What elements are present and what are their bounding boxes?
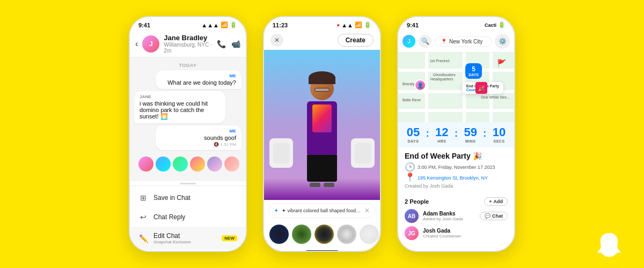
prompt-text: ✦ vibrant colored ball shaped food p... — [282, 208, 361, 213]
clock-icon: 🕒 — [405, 162, 415, 172]
new-badge: NEW — [222, 235, 237, 241]
map-label-precinct: · 1st Precinct — [428, 59, 449, 63]
thumb-2[interactable] — [292, 225, 311, 244]
phone-avatar: 11:23 ● ▲▲ 📶 🔋 ✕ Create — [263, 16, 381, 252]
map-search-bar[interactable]: 📍 New York City — [435, 36, 492, 47]
shoe-left — [310, 183, 320, 187]
chat-reply-item[interactable]: ↩ Chat Reply — [130, 207, 246, 227]
save-in-chat-label: Save in Chat — [153, 194, 191, 202]
timer-hrs-label: HRS — [437, 139, 446, 143]
create-button[interactable]: Create — [338, 34, 374, 47]
phones-container: 9:41 ▲▲▲ 📶 🔋 ‹ J Jane Bradley Williamsbu… — [0, 5, 644, 263]
snapchat-logo — [596, 230, 623, 257]
body-design — [312, 105, 332, 132]
people-header: 2 People + Add — [405, 197, 508, 206]
timer-secs-label: SECS — [494, 139, 505, 143]
outfit-left[interactable] — [269, 138, 293, 168]
thumb-4[interactable] — [337, 225, 356, 244]
chat-label: Chat — [492, 213, 503, 219]
edit-chat-item[interactable]: ✏️ Edit Chat Snapchat Exclusive NEW — [130, 227, 246, 250]
bitmoji-5 — [207, 157, 222, 172]
adam-chat-button[interactable]: 💬 Chat — [480, 212, 508, 220]
timer-sep-1: : — [426, 128, 429, 139]
event-datetime: 3:00 PM, Friday, November 17 2023 — [418, 165, 495, 170]
thumb-5[interactable] — [360, 225, 379, 244]
timer-sep-3: : — [483, 128, 486, 139]
map-label-belle: Belle Reve — [402, 98, 421, 102]
chat-body: TODAY ME What are we doing today? JANE i… — [130, 57, 246, 181]
snapchat-exclusive-label: Snapchat Exclusive — [153, 240, 191, 244]
search-map-icon[interactable]: 🔍 — [419, 35, 431, 48]
thumb-3[interactable] — [314, 225, 334, 244]
timer-days-value: 05 — [407, 126, 420, 138]
event-meta: 🕒 3:00 PM, Friday, November 17 2023 — [405, 162, 508, 172]
forward-item[interactable]: ⟶ Forward — [130, 250, 246, 252]
drag-handle — [130, 181, 246, 185]
road-h1 — [398, 69, 514, 72]
timer-mins-value: 59 — [464, 126, 477, 138]
map-area: Brandy Belle Reve One White Stre... · 1s… — [398, 53, 514, 122]
map-header: J 🔍 📍 New York City ⚙️ — [398, 31, 514, 53]
avatar-pants — [307, 155, 337, 182]
bitmoji-suggestions[interactable] — [134, 153, 241, 175]
add-people-button[interactable]: + Add — [484, 197, 508, 206]
user-avatar-map: J — [402, 35, 415, 48]
prompt-close-icon[interactable]: ✕ — [364, 207, 370, 214]
phone-icon[interactable]: 📞 — [217, 40, 226, 48]
avatar-head — [310, 77, 334, 100]
status-bar-3: 9:41 Cacti 🔋 — [398, 17, 514, 31]
back-arrow-icon[interactable]: ‹ — [135, 39, 138, 49]
adam-avatar: AB — [405, 209, 419, 223]
map-user-avatar: 👤 — [414, 79, 426, 91]
outfit-right[interactable] — [351, 138, 375, 168]
time-2: 11:23 — [273, 22, 288, 28]
message-jane-1: JANE i was thinking we could hit domino … — [134, 91, 241, 123]
chat-bubble-icon: 💬 — [485, 213, 491, 219]
save-icon: ⊞ — [138, 193, 148, 202]
person-row-josh: JG Josh Gada Created Countdown — [405, 226, 508, 240]
video-icon[interactable]: 📹 — [231, 40, 240, 48]
timer-secs: 10 SECS — [493, 126, 506, 143]
phone-chat: 9:41 ▲▲▲ 📶 🔋 ‹ J Jane Bradley Williamsbu… — [129, 16, 247, 252]
josh-sub: Created Countdown — [423, 234, 508, 239]
home-indicator-2 — [264, 247, 380, 252]
map-label-brandy: Brandy — [402, 82, 414, 86]
prompt-bar[interactable]: ✦ ✦ vibrant colored ball shaped food p..… — [268, 203, 376, 218]
bitmoji-6 — [224, 157, 239, 172]
adam-sub: Added by Josh Gada — [423, 217, 475, 221]
avatar-hair — [309, 71, 335, 84]
road-h3 — [398, 109, 514, 112]
countdown-days: 5 — [469, 65, 479, 73]
status-icons-1: ▲▲▲ 📶 🔋 — [201, 21, 237, 28]
avatar-body — [307, 101, 337, 155]
event-created: Created by Josh Gada — [405, 183, 508, 189]
edit-chat-text: Edit Chat Snapchat Exclusive — [153, 232, 191, 244]
map-label-headquarters: Headquarters — [430, 77, 453, 81]
status-icons-3: Cacti 🔋 — [485, 21, 506, 28]
timer-sep-2: : — [455, 128, 458, 139]
chat-reply-label: Chat Reply — [153, 213, 185, 221]
reply-icon: ↩ — [138, 213, 148, 221]
battery-icon: 🔋 — [230, 21, 237, 28]
battery-icon-2: 🔋 — [364, 21, 371, 28]
avatar-tool-header: ✕ Create — [264, 31, 380, 50]
wifi-icon-2: 📶 — [355, 21, 362, 28]
chat-actions: 📞 📹 — [217, 40, 240, 48]
timer-mins-label: MINS — [465, 139, 476, 143]
map-emoji-flag: 🚩 — [497, 59, 506, 68]
close-button[interactable]: ✕ — [270, 34, 283, 47]
timer-days-label: DAYS — [408, 139, 419, 143]
avatar-glasses — [314, 88, 330, 92]
settings-map-icon[interactable]: ⚙️ — [495, 34, 510, 49]
contact-info: Jane Bradley Williamsburg, NYC · 2m — [164, 34, 213, 54]
save-in-chat-item[interactable]: ⊞ Save in Chat — [130, 188, 246, 207]
location-icon: 📍 — [441, 39, 447, 44]
chat-header: ‹ J Jane Bradley Williamsburg, NYC · 2m … — [130, 31, 246, 57]
avatar-shoes — [310, 183, 334, 187]
edit-chat-label: Edit Chat — [153, 232, 191, 240]
map-event-marker[interactable]: 🎉 — [475, 82, 487, 94]
location-text: New York City — [449, 39, 482, 44]
hoodie-option-right — [351, 138, 375, 168]
signal-icon-3: Cacti — [485, 23, 496, 28]
thumb-1[interactable] — [269, 225, 289, 244]
